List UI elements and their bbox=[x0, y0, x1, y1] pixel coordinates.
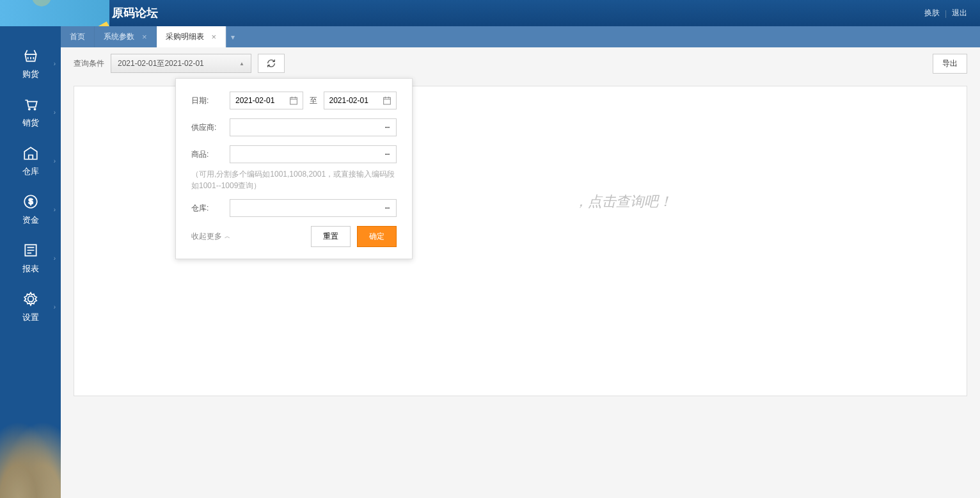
filter-row-product: 商品: ··· bbox=[191, 145, 397, 163]
logout-link[interactable]: 退出 bbox=[952, 8, 967, 19]
condition-dropdown[interactable]: 2021-02-01至2021-02-01 ▲ bbox=[111, 54, 251, 73]
warehouse-label: 仓库: bbox=[191, 203, 230, 214]
chevron-right-icon: › bbox=[54, 109, 56, 116]
sidebar-item-sales[interactable]: 销货 › bbox=[0, 88, 61, 136]
reset-button[interactable]: 重置 bbox=[311, 226, 351, 247]
chevron-right-icon: › bbox=[54, 255, 56, 262]
confirm-button[interactable]: 确定 bbox=[357, 226, 397, 247]
lookup-icon[interactable]: ··· bbox=[378, 146, 396, 163]
product-field[interactable] bbox=[230, 146, 378, 163]
sidebar-label: 仓库 bbox=[22, 166, 39, 177]
tab-label: 采购明细表 bbox=[166, 31, 204, 42]
money-icon: $ bbox=[22, 193, 40, 211]
filter-row-date: 日期: 2021-02-01 至 2021-02-01 bbox=[191, 92, 397, 109]
chevron-right-icon: › bbox=[54, 303, 56, 310]
tab-dropdown[interactable]: ▾ bbox=[226, 26, 239, 47]
header: 原码论坛 换肤 | 退出 bbox=[0, 0, 980, 26]
filter-footer: 收起更多 ︿ 重置 确定 bbox=[191, 226, 397, 247]
sidebar-item-settings[interactable]: 设置 › bbox=[0, 282, 61, 331]
sidebar-label: 销货 bbox=[22, 117, 39, 129]
calendar-icon[interactable] bbox=[382, 95, 392, 106]
chevron-right-icon: › bbox=[54, 157, 56, 165]
skin-link[interactable]: 换肤 bbox=[924, 8, 940, 19]
condition-label: 查询条件 bbox=[74, 58, 104, 69]
content: 查询条件 2021-02-01至2021-02-01 ▲ 导出 ，点击查询吧！ … bbox=[61, 47, 980, 498]
tab-label: 系统参数 bbox=[104, 31, 134, 42]
supplier-input[interactable]: ··· bbox=[230, 118, 397, 136]
header-actions: 换肤 | 退出 bbox=[924, 8, 967, 19]
refresh-button[interactable] bbox=[258, 54, 285, 73]
chevron-right-icon: › bbox=[54, 60, 56, 67]
dropdown-arrow-icon: ▲ bbox=[239, 61, 244, 67]
tab-home[interactable]: 首页 bbox=[61, 26, 95, 47]
date-separator: 至 bbox=[310, 95, 317, 106]
sidebar-label: 设置 bbox=[22, 312, 39, 323]
close-icon[interactable]: × bbox=[212, 32, 217, 42]
sidebar-item-warehouse[interactable]: 仓库 › bbox=[0, 136, 61, 185]
lookup-icon[interactable]: ··· bbox=[378, 119, 396, 136]
sidebar-item-money[interactable]: $ 资金 › bbox=[0, 185, 61, 234]
calendar-icon[interactable] bbox=[288, 95, 299, 106]
filter-popup: 日期: 2021-02-01 至 2021-02-01 供应商: ··· 商品:… bbox=[175, 78, 413, 259]
report-icon bbox=[22, 241, 40, 259]
chevron-down-icon: ▾ bbox=[231, 33, 235, 42]
product-label: 商品: bbox=[191, 149, 230, 160]
lookup-icon[interactable]: ··· bbox=[378, 200, 396, 216]
sidebar-label: 资金 bbox=[22, 214, 39, 226]
sidebar-decoration bbox=[0, 421, 61, 498]
export-button[interactable]: 导出 bbox=[933, 54, 967, 74]
logo bbox=[0, 0, 109, 26]
close-icon[interactable]: × bbox=[142, 32, 147, 42]
chevron-right-icon: › bbox=[54, 206, 56, 213]
tab-label: 首页 bbox=[70, 31, 85, 42]
supplier-field[interactable] bbox=[230, 119, 378, 136]
warehouse-field[interactable] bbox=[230, 200, 378, 216]
tab-purchase-detail[interactable]: 采购明细表 × bbox=[157, 26, 226, 47]
sidebar-label: 购货 bbox=[22, 68, 39, 80]
supplier-label: 供应商: bbox=[191, 122, 230, 133]
sidebar-label: 报表 bbox=[22, 263, 39, 275]
collapse-more-link[interactable]: 收起更多 ︿ bbox=[191, 231, 230, 242]
product-input[interactable]: ··· bbox=[230, 145, 397, 163]
chevron-up-icon: ︿ bbox=[225, 232, 230, 241]
basket-icon bbox=[22, 47, 40, 65]
gear-icon bbox=[22, 290, 40, 308]
condition-value: 2021-02-01至2021-02-01 bbox=[118, 58, 204, 69]
svg-rect-4 bbox=[384, 97, 391, 104]
sidebar-item-report[interactable]: 报表 › bbox=[0, 234, 61, 282]
empty-hint: ，点击查询吧！ bbox=[369, 192, 672, 211]
svg-text:$: $ bbox=[28, 197, 33, 206]
date-label: 日期: bbox=[191, 95, 230, 106]
tab-bar: 首页 系统参数 × 采购明细表 × ▾ bbox=[61, 26, 980, 47]
filter-row-supplier: 供应商: ··· bbox=[191, 118, 397, 136]
toolbar: 查询条件 2021-02-01至2021-02-01 ▲ 导出 bbox=[61, 47, 980, 79]
sidebar: 购货 › 销货 › 仓库 › $ 资金 › 报表 › 设置 › bbox=[0, 26, 61, 498]
app-title: 原码论坛 bbox=[112, 5, 158, 20]
warehouse-input[interactable]: ··· bbox=[230, 199, 397, 217]
date-from-input[interactable]: 2021-02-01 bbox=[230, 92, 303, 109]
date-to-input[interactable]: 2021-02-01 bbox=[324, 92, 397, 109]
warehouse-icon bbox=[22, 144, 40, 162]
tab-sysparams[interactable]: 系统参数 × bbox=[95, 26, 157, 47]
cart-icon bbox=[22, 95, 40, 113]
filter-row-warehouse: 仓库: ··· bbox=[191, 199, 397, 217]
refresh-icon bbox=[266, 58, 276, 68]
svg-rect-3 bbox=[290, 97, 297, 104]
sidebar-item-purchase[interactable]: 购货 › bbox=[0, 39, 61, 88]
product-hint: （可用,分割多个编码如1001,1008,2001，或直接输入编码段如1001-… bbox=[191, 168, 397, 191]
divider: | bbox=[945, 9, 947, 18]
